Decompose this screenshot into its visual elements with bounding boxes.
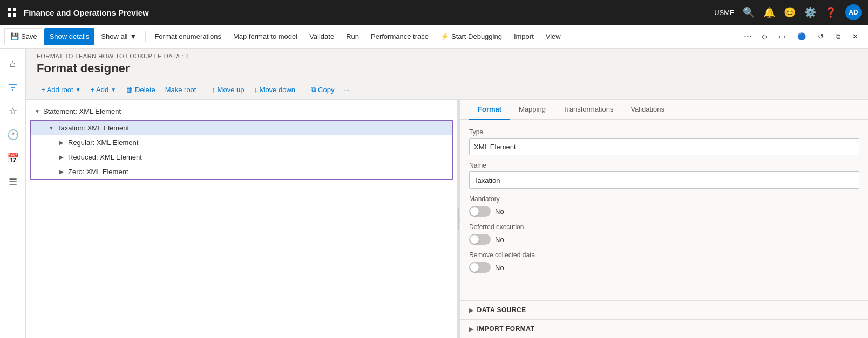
smiley-icon[interactable]: 😊 xyxy=(784,6,796,18)
bell-icon[interactable]: 🔔 xyxy=(763,6,775,18)
nav-clock-icon[interactable]: 🕐 xyxy=(2,124,24,146)
deferred-toggle[interactable] xyxy=(469,234,491,245)
collapse-arrow-regular[interactable]: ▶ xyxy=(59,140,66,146)
avatar[interactable]: AD xyxy=(845,4,862,20)
collapse-arrow-reduced[interactable]: ▶ xyxy=(59,154,66,160)
make-root-button[interactable]: Make root xyxy=(161,82,201,97)
deferred-toggle-knob xyxy=(470,235,479,244)
properties-panel: Format Mapping Transformations Validatio… xyxy=(460,100,868,338)
format-enumerations-button[interactable]: Format enumerations xyxy=(149,28,227,45)
restore-button[interactable]: ⧉ xyxy=(830,28,846,45)
diamond-icon-button[interactable]: ◇ xyxy=(756,28,772,45)
collapse-arrow-taxation[interactable]: ▼ xyxy=(49,125,55,131)
more-options-button[interactable]: ··· xyxy=(741,31,755,42)
svg-rect-0 xyxy=(8,8,11,11)
add-button[interactable]: + Add ▼ xyxy=(86,82,121,97)
topbar-right: USMF 🔍 🔔 😊 ⚙️ ❓ AD xyxy=(714,4,862,20)
map-format-button[interactable]: Map format to model xyxy=(228,28,303,45)
tab-mapping[interactable]: Mapping xyxy=(510,100,554,120)
remove-toggle-knob xyxy=(470,263,479,272)
tree-item-label-regular: Regular: XML Element xyxy=(68,139,138,147)
tree-item-label-reduced: Reduced: XML Element xyxy=(68,153,142,161)
data-source-section[interactable]: ▶ DATA SOURCE xyxy=(460,300,868,319)
tree-item-taxation[interactable]: ▼ Taxation: XML Element xyxy=(31,121,452,135)
data-source-arrow: ▶ xyxy=(469,307,474,313)
props-content: Type Name Mandatory No Deferred executio… xyxy=(460,120,868,300)
import-button[interactable]: Import xyxy=(508,28,539,45)
breadcrumb: FORMAT TO LEARN HOW TO LOOKUP LE DATA : … xyxy=(37,53,857,59)
app-layout: ⌂ ☆ 🕐 📅 ☰ FORMAT TO LEARN HOW TO LOOKUP … xyxy=(0,49,868,338)
data-source-label: DATA SOURCE xyxy=(477,306,526,314)
nav-star-icon[interactable]: ☆ xyxy=(2,100,24,122)
tree-item-label-zero: Zero: XML Element xyxy=(68,168,128,176)
tree-item-regular[interactable]: ▶ Regular: XML Element xyxy=(31,135,452,150)
app-title: Finance and Operations Preview xyxy=(24,8,708,17)
move-down-button[interactable]: ↓ Move down xyxy=(249,82,300,97)
collapse-arrow-zero[interactable]: ▶ xyxy=(59,169,66,175)
start-debugging-button[interactable]: ⚡ Start Debugging xyxy=(435,28,507,45)
content-area: FORMAT TO LEARN HOW TO LOOKUP LE DATA : … xyxy=(26,49,868,338)
tab-format[interactable]: Format xyxy=(469,100,510,120)
mandatory-label: Mandatory xyxy=(469,195,859,203)
settings-icon[interactable]: ⚙️ xyxy=(804,6,816,18)
remove-toggle[interactable] xyxy=(469,262,491,273)
tree-item-statement[interactable]: ▼ Statement: XML Element xyxy=(26,104,457,119)
show-all-button[interactable]: Show all ▼ xyxy=(96,28,142,45)
name-label: Name xyxy=(469,162,859,169)
import-format-label: IMPORT FORMAT xyxy=(477,325,535,333)
debug-icon: ⚡ xyxy=(440,32,449,40)
run-button[interactable]: Run xyxy=(341,28,364,45)
refresh-button[interactable]: ↺ xyxy=(812,28,829,45)
tree-item-zero[interactable]: ▶ Zero: XML Element xyxy=(31,164,452,179)
main-split: ▼ Statement: XML Element ▼ Taxation: XML… xyxy=(26,100,868,338)
performance-trace-button[interactable]: Performance trace xyxy=(365,28,434,45)
save-icon: 💾 xyxy=(10,32,19,40)
type-label: Type xyxy=(469,128,859,136)
nav-filter-icon[interactable] xyxy=(2,77,24,98)
cmd-separator-1 xyxy=(145,31,146,42)
left-nav: ⌂ ☆ 🕐 📅 ☰ xyxy=(0,49,26,338)
import-format-section[interactable]: ▶ IMPORT FORMAT xyxy=(460,319,868,338)
panel-icon-button[interactable]: ▭ xyxy=(774,28,791,45)
deferred-value: No xyxy=(495,236,504,244)
tree-item-label-taxation: Taxation: XML Element xyxy=(57,124,129,132)
type-input[interactable] xyxy=(469,138,859,155)
deferred-toggle-row: No xyxy=(469,234,859,245)
add-root-button[interactable]: + Add root ▼ xyxy=(37,82,85,97)
nav-list-icon[interactable]: ☰ xyxy=(2,171,24,193)
collapse-arrow-statement[interactable]: ▼ xyxy=(35,108,41,114)
view-button[interactable]: View xyxy=(540,28,566,45)
tab-validations[interactable]: Validations xyxy=(622,100,673,120)
remove-value: No xyxy=(495,264,504,272)
tree-item-label-statement: Statement: XML Element xyxy=(43,107,121,115)
close-window-button[interactable]: ✕ xyxy=(847,28,864,45)
save-button[interactable]: 💾 Save xyxy=(4,28,43,45)
mandatory-toggle-knob xyxy=(470,207,479,216)
page-title: Format designer xyxy=(37,61,857,75)
name-input[interactable] xyxy=(469,171,859,189)
nav-home-icon[interactable]: ⌂ xyxy=(2,53,24,74)
tree-item-reduced[interactable]: ▶ Reduced: XML Element xyxy=(31,150,452,164)
badge-count-button[interactable]: 🔵 xyxy=(792,28,811,45)
tab-transformations[interactable]: Transformations xyxy=(554,100,622,120)
show-details-button[interactable]: Show details xyxy=(44,28,95,45)
help-icon[interactable]: ❓ xyxy=(825,6,837,18)
copy-icon: ⧉ xyxy=(311,85,316,94)
tree-panel: ▼ Statement: XML Element ▼ Taxation: XML… xyxy=(26,100,458,338)
grid-icon[interactable] xyxy=(6,7,17,18)
copy-button[interactable]: ⧉ Copy xyxy=(307,82,338,97)
mandatory-toggle-row: No xyxy=(469,206,859,217)
delete-button[interactable]: 🗑 Delete xyxy=(121,82,160,97)
search-icon[interactable]: 🔍 xyxy=(743,6,755,18)
validate-button[interactable]: Validate xyxy=(304,28,340,45)
mandatory-toggle[interactable] xyxy=(469,206,491,217)
toolbar-separator-1 xyxy=(204,85,204,94)
nav-calendar-icon[interactable]: 📅 xyxy=(2,148,24,169)
topbar: Finance and Operations Preview USMF 🔍 🔔 … xyxy=(0,0,868,25)
move-up-button[interactable]: ↑ Move up xyxy=(207,82,248,97)
toolbar-separator-2 xyxy=(303,85,303,94)
mandatory-value: No xyxy=(495,208,504,216)
add-root-chevron: ▼ xyxy=(76,87,81,93)
tab-bar: Format Mapping Transformations Validatio… xyxy=(460,100,868,120)
more-toolbar-button[interactable]: ··· xyxy=(340,82,354,97)
